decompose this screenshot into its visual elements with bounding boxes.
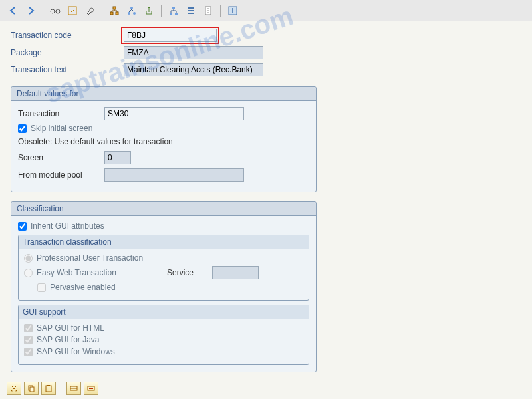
svg-point-1 <box>56 9 60 13</box>
service-label: Service <box>167 268 212 277</box>
svg-rect-21 <box>30 387 34 392</box>
professional-radio[interactable] <box>24 254 33 263</box>
default-values-group: Default values for Transaction Skip init… <box>11 86 317 192</box>
toolbar: i <box>0 0 532 21</box>
svg-rect-23 <box>47 385 50 386</box>
classification-group: Classification Inherit GUI attributes Tr… <box>11 201 317 372</box>
svg-text:i: i <box>232 7 234 15</box>
service-input[interactable] <box>212 266 259 279</box>
svg-rect-13 <box>188 10 194 11</box>
inherit-gui-label: Inherit GUI attributes <box>31 221 104 231</box>
display-change-icon[interactable] <box>66 4 79 17</box>
gui-support-group: GUI support SAP GUI for HTML SAP GUI for… <box>18 305 309 365</box>
default-transaction-input[interactable] <box>104 107 244 120</box>
classification-title: Classification <box>11 202 316 216</box>
copy-icon[interactable] <box>24 382 39 395</box>
gui-support-title: GUI support <box>19 305 309 319</box>
toolbar-separator <box>220 5 221 17</box>
transaction-text-label: Transaction text <box>11 65 124 74</box>
svg-rect-4 <box>110 12 113 15</box>
insert-row-icon[interactable] <box>66 382 81 395</box>
svg-point-19 <box>15 390 17 392</box>
svg-point-7 <box>128 12 130 15</box>
obsolete-text: Obsolete: Use default values for transac… <box>18 137 309 146</box>
skip-initial-checkbox[interactable] <box>18 124 27 133</box>
tree-icon[interactable] <box>167 4 180 17</box>
main-content: Transaction code Package Transaction tex… <box>0 21 532 379</box>
gui-windows-checkbox[interactable] <box>24 348 33 356</box>
info-icon[interactable]: i <box>226 4 239 17</box>
network-icon[interactable] <box>125 4 138 17</box>
delete-row-icon[interactable] <box>84 382 98 395</box>
gui-java-checkbox[interactable] <box>24 336 33 344</box>
default-values-title: Default values for <box>11 87 316 101</box>
skip-initial-label: Skip initial screen <box>31 124 92 133</box>
svg-rect-5 <box>116 12 118 15</box>
professional-label: Professional User Transaction <box>37 253 143 263</box>
toolbar-separator <box>43 5 43 17</box>
list-icon[interactable] <box>184 4 198 17</box>
pervasive-checkbox[interactable] <box>37 283 46 292</box>
svg-rect-10 <box>170 13 172 15</box>
svg-point-18 <box>11 390 13 392</box>
svg-rect-14 <box>188 13 194 14</box>
screen-label: Screen <box>18 153 104 162</box>
gui-html-label: SAP GUI for HTML <box>37 323 104 332</box>
toolbar-separator <box>161 5 162 17</box>
easy-web-radio[interactable] <box>24 269 33 277</box>
glasses-icon[interactable] <box>49 4 62 17</box>
paste-icon[interactable] <box>41 382 56 395</box>
screen-input[interactable] <box>104 151 131 164</box>
default-transaction-label: Transaction <box>18 109 104 118</box>
module-pool-input[interactable] <box>104 168 244 182</box>
svg-point-8 <box>133 12 136 15</box>
transaction-code-input[interactable] <box>124 29 217 42</box>
svg-rect-3 <box>113 7 116 9</box>
svg-point-6 <box>130 7 133 9</box>
hierarchy-icon[interactable] <box>108 4 121 17</box>
transaction-classification-group: Transaction classification Professional … <box>18 235 309 301</box>
gui-windows-label: SAP GUI for Windows <box>37 347 115 356</box>
wrench-icon[interactable] <box>83 4 96 17</box>
forward-icon[interactable] <box>24 4 37 17</box>
svg-rect-11 <box>175 13 178 15</box>
package-input[interactable] <box>124 46 263 59</box>
gui-java-label: SAP GUI for Java <box>37 335 99 344</box>
gui-html-checkbox[interactable] <box>24 324 33 332</box>
svg-rect-12 <box>188 7 194 9</box>
transaction-text-input[interactable] <box>124 63 263 76</box>
bottom-toolbar <box>7 382 98 395</box>
svg-rect-9 <box>172 7 175 9</box>
svg-rect-2 <box>68 7 76 15</box>
svg-point-0 <box>51 9 55 13</box>
toolbar-separator <box>102 5 102 17</box>
cut-icon[interactable] <box>7 382 21 395</box>
back-icon[interactable] <box>7 4 20 17</box>
easy-web-label: Easy Web Transaction <box>37 268 116 277</box>
transaction-classification-title: Transaction classification <box>19 235 309 249</box>
pervasive-label: Pervasive enabled <box>50 283 116 292</box>
module-pool-label: From module pool <box>18 170 104 180</box>
inherit-gui-checkbox[interactable] <box>18 222 27 231</box>
package-label: Package <box>11 48 124 57</box>
document-icon[interactable] <box>201 4 215 17</box>
transaction-code-label: Transaction code <box>11 31 124 40</box>
export-icon[interactable] <box>142 4 156 17</box>
svg-rect-22 <box>46 386 51 392</box>
